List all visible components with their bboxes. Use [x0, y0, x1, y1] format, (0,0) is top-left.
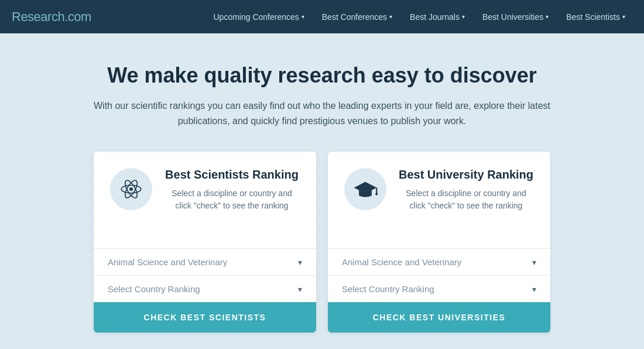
brand-tld: .com [64, 9, 91, 24]
nav-best-universities[interactable]: Best Universities ▾ [475, 8, 556, 26]
check-scientists-button[interactable]: CHECK BEST SCIENTISTS [94, 302, 316, 333]
brand-logo[interactable]: Research.com [12, 9, 91, 25]
svg-point-3 [129, 187, 133, 191]
cards-row: Best Scientists Ranking Select a discipl… [47, 152, 597, 333]
scientists-country-dropdown[interactable]: Select Country Ranking ▾ [94, 275, 316, 302]
scientists-card-description: Select a discipline or country and click… [164, 187, 300, 212]
universities-discipline-value: Animal Science and Veterinary [342, 257, 461, 267]
svg-marker-4 [354, 182, 377, 194]
nav-upcoming-conferences[interactable]: Upcoming Conferences ▾ [206, 8, 311, 26]
universities-card: Best University Ranking Select a discipl… [328, 152, 550, 333]
chevron-down-icon: ▾ [532, 258, 536, 267]
scientists-card-header: Best Scientists Ranking Select a discipl… [94, 152, 316, 248]
scientists-card-title: Best Scientists Ranking [164, 168, 300, 182]
atom-icon [119, 177, 143, 201]
scientists-card-text: Best Scientists Ranking Select a discipl… [164, 168, 300, 235]
scientists-card: Best Scientists Ranking Select a discipl… [94, 152, 316, 333]
universities-card-description: Select a discipline or country and click… [398, 187, 534, 212]
nav-best-scientists[interactable]: Best Scientists ▾ [559, 8, 632, 26]
graduation-icon-circle [344, 168, 386, 210]
navbar: Research.com Upcoming Conferences ▾ Best… [0, 0, 644, 33]
hero-headline: We make quality research easy to discove… [47, 63, 597, 88]
hero-section: We make quality research easy to discove… [0, 33, 644, 349]
chevron-down-icon: ▾ [302, 13, 304, 20]
chevron-down-icon: ▾ [462, 13, 465, 20]
graduation-icon [353, 177, 378, 201]
chevron-down-icon: ▾ [622, 13, 625, 20]
universities-discipline-dropdown[interactable]: Animal Science and Veterinary ▾ [328, 248, 550, 275]
chevron-down-icon: ▾ [389, 13, 392, 20]
chevron-down-icon: ▾ [298, 285, 302, 294]
universities-card-title: Best University Ranking [398, 168, 534, 182]
atom-icon-circle [110, 168, 152, 210]
brand-name: Research [12, 9, 64, 24]
scientists-country-value: Select Country Ranking [108, 284, 200, 294]
universities-country-dropdown[interactable]: Select Country Ranking ▾ [328, 275, 550, 302]
svg-point-6 [375, 193, 378, 196]
chevron-down-icon: ▾ [546, 13, 549, 20]
check-universities-button[interactable]: CHECK BEST UNIVERSITIES [328, 302, 550, 333]
universities-card-text: Best University Ranking Select a discipl… [398, 168, 534, 235]
universities-country-value: Select Country Ranking [342, 284, 434, 294]
chevron-down-icon: ▾ [532, 285, 536, 294]
nav-best-conferences[interactable]: Best Conferences ▾ [315, 8, 399, 26]
chevron-down-icon: ▾ [298, 258, 302, 267]
universities-card-header: Best University Ranking Select a discipl… [328, 152, 550, 248]
nav-links: Upcoming Conferences ▾ Best Conferences … [206, 8, 632, 26]
scientists-discipline-dropdown[interactable]: Animal Science and Veterinary ▾ [94, 248, 316, 275]
hero-subtext: With our scientific rankings you can eas… [70, 98, 574, 128]
nav-best-journals[interactable]: Best Journals ▾ [403, 8, 472, 26]
scientists-discipline-value: Animal Science and Veterinary [108, 257, 227, 267]
